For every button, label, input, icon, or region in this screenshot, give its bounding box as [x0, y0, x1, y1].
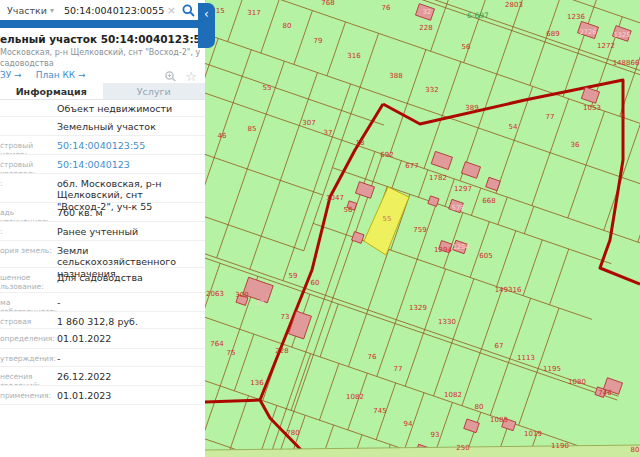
parcel-label: 93: [431, 431, 440, 439]
attribute-row: ория земель:Земли сельскохозяйственного …: [0, 241, 205, 268]
parcel-address-subtitle: Московская, р-н Щелковский, снт "Восход-…: [0, 48, 200, 57]
parcel-label: 85: [248, 125, 257, 133]
parcel-label: 72: [256, 299, 264, 307]
parcel-label: 759: [413, 226, 426, 234]
attribute-row: утверждения:-: [0, 349, 205, 367]
parcel-label: 1254: [453, 243, 470, 251]
attribute-value-link[interactable]: 50:14:0040123:55: [57, 136, 205, 154]
parcel-label: 80: [631, 446, 640, 454]
parcel-label: 2803: [505, 1, 523, 9]
parcel-label: 60: [311, 279, 320, 287]
parcel-label: 578: [452, 204, 464, 212]
attribute-value: 760 кв. м: [57, 203, 205, 221]
attribute-label: [0, 99, 57, 116]
parcel-label: 389: [465, 104, 478, 112]
zu-link[interactable]: ЗУ →: [0, 70, 22, 80]
attribute-value: -: [57, 349, 205, 366]
info-panel: Участки ▾ 50:14:0040123:0055 × ельный уч…: [0, 0, 205, 457]
parcel-label: 1297: [454, 185, 472, 193]
parcel-label: 605: [479, 252, 492, 260]
attribute-row: :Ранее учтенный: [0, 222, 205, 241]
panel-header-bar: [0, 20, 205, 28]
parcel-label: 668: [482, 197, 495, 205]
parcel-label: 1294: [434, 246, 452, 254]
parcel-label: 75: [227, 349, 236, 357]
attribute-row: Объект недвижимости: [0, 99, 205, 117]
parcel-label: 1113: [517, 354, 535, 362]
tab-services[interactable]: Услуги: [103, 83, 206, 99]
tab-information[interactable]: Информация: [0, 83, 103, 99]
search-input[interactable]: 50:14:0040123:0055: [64, 5, 167, 16]
parcel-label: 228: [419, 24, 432, 32]
parcel-label: 1236: [567, 13, 585, 21]
attribute-label: адь уточненная:: [0, 203, 57, 221]
parcel-label: 46: [218, 132, 227, 140]
attribute-label: ория земель:: [0, 241, 57, 267]
parcel-label: 77: [394, 365, 403, 373]
attribute-label: шенное льзование:: [0, 268, 57, 292]
parcel-label: 55: [263, 84, 272, 92]
attribute-value: 26.12.2022: [57, 367, 205, 385]
parcel-label: 692: [380, 151, 393, 159]
attribute-label: стровый квартал:: [0, 155, 57, 173]
chevron-down-icon[interactable]: ▾: [50, 6, 54, 15]
parcel-label: 32: [423, 8, 431, 16]
parcel-label: 67: [495, 342, 504, 350]
attribute-row: Земельный участок: [0, 117, 205, 136]
selected-parcel-label: 55: [383, 215, 392, 223]
parcel-title: ельный участок 50:14:0040123:55: [0, 33, 200, 45]
attribute-row: стровый номер:50:14:0040123:55: [0, 136, 205, 155]
parcel-label: 79: [314, 37, 323, 45]
attribute-label: стровый номер:: [0, 136, 57, 154]
parcel-label: 1272: [597, 42, 615, 50]
parcel-label: 149316: [495, 286, 522, 294]
attribute-label: стровая стоимость:: [0, 312, 57, 328]
panel-tabs: Информация Услуги: [0, 83, 205, 100]
parcel-label: 2726: [580, 28, 597, 36]
search-bar: Участки ▾ 50:14:0040123:0055 ×: [0, 0, 205, 20]
close-icon[interactable]: ×: [167, 4, 176, 17]
favorite-star-icon[interactable]: ☆: [185, 69, 197, 84]
parcel-label: 37: [324, 129, 333, 137]
parcel-label: 3: [621, 113, 625, 121]
attribute-label: ма собственности:: [0, 293, 57, 311]
attribute-value-link[interactable]: 50:14:0040123: [57, 155, 205, 173]
panel-collapse-button[interactable]: ‹: [198, 3, 215, 48]
parcel-label: 1782: [429, 174, 447, 182]
parcel-label: 94: [404, 420, 413, 428]
parcel-label: 1047: [326, 194, 344, 202]
parcel-label: 228: [275, 347, 288, 355]
cadastral-map[interactable]: 3153178079316768762282803123668927261325…: [205, 0, 640, 457]
attribute-row: несения сведений:26.12.2022: [0, 367, 205, 386]
parcel-label: 316: [347, 52, 361, 60]
parcel-label: 1330: [438, 318, 456, 326]
parcel-label: 1053: [583, 104, 601, 112]
attribute-value: 01.01.2022: [57, 329, 205, 348]
parcel-label: 18: [356, 139, 365, 147]
attribute-value: Земельный участок: [57, 117, 205, 135]
parcel-label: 1195: [543, 365, 561, 373]
attribute-row: стровая стоимость:1 860 312,8 руб.: [0, 312, 205, 329]
attribute-label: утверждения:: [0, 349, 57, 366]
parcel-label: 307: [302, 119, 315, 127]
parcel-label: 745: [373, 407, 386, 415]
parcel-label: 1190: [551, 442, 569, 450]
attribute-row: стровый квартал:50:14:0040123: [0, 155, 205, 174]
parcel-label: 73: [281, 313, 290, 321]
parcel-label: 148866: [613, 59, 640, 67]
attribute-value: Земли сельскохозяйственного назначения: [57, 241, 205, 267]
parcel-label: 388: [389, 72, 402, 80]
search-icon[interactable]: [182, 4, 195, 17]
search-category-dropdown[interactable]: Участки: [7, 5, 47, 16]
attribute-value: 1 860 312,8 руб.: [57, 312, 205, 328]
plan-kk-link[interactable]: План КК →: [36, 70, 86, 80]
attribute-row: :обл. Московская, р-н Щелковский, снт "В…: [0, 174, 205, 203]
pkk-app: 3153178079316768762282803123668927261325…: [0, 0, 640, 457]
attribute-rows: Объект недвижимостиЗемельный участокстро…: [0, 99, 205, 405]
attribute-row: определения:01.01.2022: [0, 329, 205, 349]
parcel-label: 80: [283, 22, 292, 30]
parcel-label: 764: [210, 340, 224, 348]
attribute-value: Для садоводства: [57, 268, 205, 292]
parcel-label: 76: [368, 353, 377, 361]
attribute-row: шенное льзование:Для садоводства: [0, 268, 205, 293]
